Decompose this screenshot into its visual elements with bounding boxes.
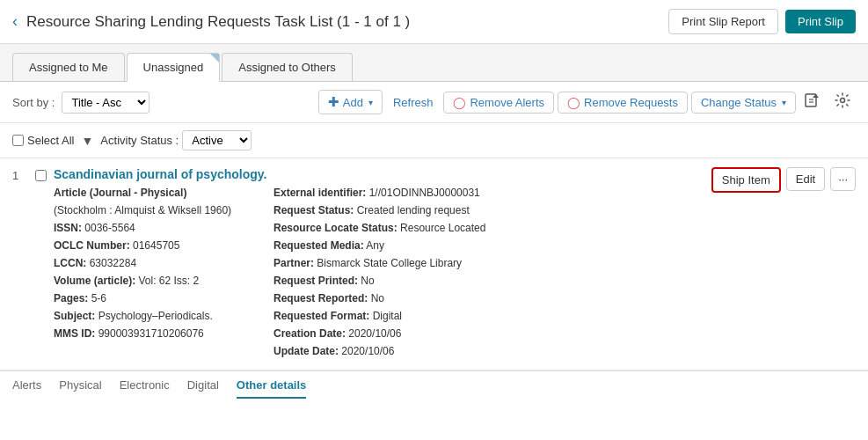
footer-tab-digital[interactable]: Digital	[187, 378, 219, 399]
row-checkbox[interactable]	[35, 170, 47, 181]
remove-alerts-button[interactable]: ◯ Remove Alerts	[443, 92, 554, 114]
record-detail-printed: Request Printed: No	[274, 273, 696, 289]
activity-status-select[interactable]: Active Inactive	[182, 130, 252, 150]
record-detail-subject: Subject: Psychology–Periodicals.	[54, 308, 247, 324]
minus-circle-icon: ◯	[453, 96, 466, 109]
record-detail-partner: Partner: Bismarck State College Library	[274, 255, 696, 271]
footer-tab-alerts[interactable]: Alerts	[12, 378, 41, 399]
record-actions: Ship Item Edit ···	[711, 167, 856, 193]
edit-button[interactable]: Edit	[786, 167, 825, 191]
gear-icon	[835, 92, 850, 108]
toolbar: Sort by : Title - Asc Title - Desc ✚ Add…	[0, 82, 868, 123]
chevron-down-icon: ▾	[368, 98, 373, 107]
record-detail-issn: ISSN: 0036-5564	[54, 220, 247, 236]
back-button[interactable]: ‹	[12, 12, 18, 31]
change-status-button[interactable]: Change Status ▾	[691, 92, 796, 114]
footer-tabs: Alerts Physical Electronic Digital Other…	[0, 370, 868, 399]
records-table: 1 Scandinavian journal of psychology. Ar…	[0, 158, 868, 370]
remove-requests-button[interactable]: ◯ Remove Requests	[558, 92, 688, 114]
footer-tab-electronic[interactable]: Electronic	[120, 378, 170, 399]
record-right-details: External identifier: 1//01ODINNBJ0000031…	[274, 185, 696, 361]
refresh-button[interactable]: Refresh	[386, 92, 441, 113]
record-detail-creation-date: Creation Date: 2020/10/06	[274, 326, 696, 341]
sort-select[interactable]: Title - Asc Title - Desc	[62, 92, 150, 114]
record-detail-requested-media: Requested Media: Any	[274, 238, 696, 253]
record-detail-lccn: LCCN: 63032284	[54, 255, 247, 271]
print-slip-report-button[interactable]: Print Slip Report	[668, 9, 778, 34]
record-title[interactable]: Scandinavian journal of psychology.	[54, 167, 696, 181]
sort-label: Sort by :	[12, 96, 55, 109]
footer-tab-other-details[interactable]: Other details	[237, 378, 306, 399]
record-detail-update-date: Update Date: 2020/10/06	[274, 343, 696, 359]
activity-status-filter: Activity Status : Active Inactive	[100, 130, 252, 150]
record-detail-format: Requested Format: Digital	[274, 308, 696, 324]
select-all-checkbox-label[interactable]: Select All	[12, 134, 74, 147]
footer-tab-physical[interactable]: Physical	[59, 378, 101, 399]
minus-circle-icon2: ◯	[567, 96, 580, 109]
record-detail-request-status: Request Status: Created lending request	[274, 202, 696, 218]
plus-icon: ✚	[328, 94, 339, 110]
select-all-checkbox[interactable]	[12, 135, 24, 146]
export-icon	[805, 93, 821, 107]
row-number: 1	[12, 169, 28, 182]
tab-unassigned[interactable]: Unassigned	[127, 53, 221, 82]
print-slip-button[interactable]: Print Slip	[785, 10, 856, 33]
record-detail-type: Article (Journal - Physical)	[54, 185, 247, 201]
page-title: Resource Sharing Lending Requests Task L…	[26, 13, 668, 31]
settings-icon-button[interactable]	[829, 89, 856, 115]
tab-assigned-to-others[interactable]: Assigned to Others	[222, 53, 353, 81]
add-button[interactable]: ✚ Add ▾	[318, 90, 383, 114]
page-header: ‹ Resource Sharing Lending Requests Task…	[0, 0, 868, 44]
export-icon-button[interactable]	[799, 90, 826, 114]
ship-item-button[interactable]: Ship Item	[711, 167, 781, 193]
tab-assigned-to-me[interactable]: Assigned to Me	[12, 53, 125, 81]
record-content: Scandinavian journal of psychology. Arti…	[54, 167, 696, 361]
chevron-down-icon2: ▾	[782, 98, 786, 107]
record-detail-volume: Volume (article): Vol: 62 Iss: 2	[54, 273, 247, 289]
record-left-details: Article (Journal - Physical) (Stockholm …	[54, 185, 247, 361]
record-detail-publisher: (Stockholm : Almquist & Wiksell 1960)	[54, 202, 247, 218]
filter-icon: ▼	[81, 134, 93, 148]
svg-point-3	[841, 99, 845, 103]
tabs-bar: Assigned to Me Unassigned Assigned to Ot…	[0, 44, 868, 82]
tab-corner-icon	[210, 54, 219, 62]
record-detail-oclc: OCLC Number: 01645705	[54, 238, 247, 253]
record-detail-ext-id: External identifier: 1//01ODINNBJ0000031	[274, 185, 696, 201]
record-detail-reported: Request Reported: No	[274, 290, 696, 306]
record-detail-pages: Pages: 5-6	[54, 290, 247, 306]
record-detail-locate-status: Resource Locate Status: Resource Located	[274, 220, 696, 236]
filter-bar: Select All ▼ Activity Status : Active In…	[0, 123, 868, 158]
record-detail-mmsid: MMS ID: 990003931710206076	[54, 326, 247, 341]
table-row: 1 Scandinavian journal of psychology. Ar…	[0, 158, 868, 370]
more-actions-button[interactable]: ···	[830, 167, 856, 191]
